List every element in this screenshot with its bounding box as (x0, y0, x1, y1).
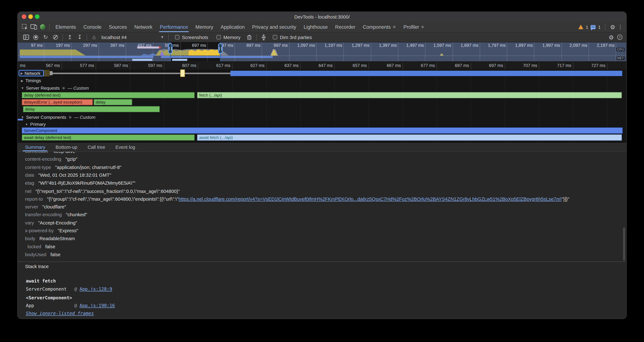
clear-icon[interactable] (50, 33, 60, 42)
warning-count[interactable]: 1 (586, 25, 588, 29)
tab-application[interactable]: Application (217, 22, 248, 32)
devtools-window: DevTools - localhost:3000/ ElementsConso… (17, 12, 627, 319)
collect-garbage-icon[interactable] (244, 33, 254, 42)
track-origin-label: — Custom (68, 86, 89, 90)
extension-gem-icon[interactable] (38, 22, 47, 32)
summary-tab-event-log[interactable]: Event log (112, 143, 138, 151)
flame-bar[interactable]: ServerComponent (22, 127, 622, 134)
tab-recorder[interactable]: Recorder (332, 22, 359, 32)
flame-bar[interactable]: delayedError (...ayed exception) (22, 99, 93, 105)
flame-bar[interactable]: fetch (.../api) (197, 92, 622, 98)
track-label: Network (24, 71, 40, 76)
warning-icon[interactable] (578, 25, 583, 29)
timeline-overview[interactable]: 97 ms197 ms297 ms397 ms497 ms597 ms697 m… (18, 42, 626, 62)
header-name: server (25, 204, 38, 209)
overview-tick-label: 197 ms (56, 43, 71, 48)
tabbar-status: 1 1 ⚙ ⋮ (578, 24, 626, 30)
network-request-bar[interactable] (230, 71, 622, 76)
header-row: date"Wed, 01 Oct 2025 18:32:01 GMT" (25, 172, 111, 178)
show-ignore-listed-frames-link[interactable]: Show ignore-listed frames (26, 311, 94, 316)
track-subgroup-primary[interactable]: ▼ Primary (25, 122, 46, 127)
overview-tick-label: 1,097 ms (297, 43, 316, 48)
header-row: bodyUsedfalse (25, 251, 60, 258)
chevron-down-icon: ▼ (161, 35, 164, 39)
selection-left-handle[interactable] (168, 43, 172, 54)
tab-console[interactable]: Console (80, 22, 105, 32)
collapse-icon[interactable] (259, 33, 269, 42)
save-profile-icon[interactable]: ↧ (75, 33, 84, 42)
selection-right-handle[interactable] (218, 43, 223, 54)
track-header-server-requests[interactable]: ▼ Server Requests ⚛ — Custom (21, 86, 89, 90)
flamechart-tracks[interactable]: ▶ Network ▶ Timings ▼ Server Requests ⚛ … (18, 70, 626, 142)
flame-bar[interactable]: await delay (deferred text) (22, 135, 194, 141)
network-drag-grip[interactable] (50, 71, 52, 75)
divider (605, 24, 606, 30)
tab-privacy-and-security[interactable]: Privacy and security (248, 22, 300, 32)
cpu-lane-label: CPU (616, 48, 625, 51)
disclosure-triangle-icon[interactable]: ▶ (21, 79, 23, 82)
disclosure-triangle-icon[interactable]: ▼ (25, 122, 28, 126)
screenshots-checkbox[interactable]: Screenshots (175, 35, 208, 40)
checkbox-box[interactable] (273, 35, 278, 40)
help-icon[interactable]: ? (617, 35, 622, 40)
checkbox-box[interactable] (175, 35, 180, 40)
load-profile-icon[interactable]: ↥ (65, 33, 75, 42)
home-icon[interactable]: ⌂ (89, 33, 99, 42)
memory-checkbox[interactable]: Memory (216, 35, 240, 40)
record-and-reload-icon[interactable]: ↻ (41, 33, 50, 42)
summary-pane[interactable]: connection"keep-alive"content-encoding"g… (18, 152, 626, 319)
cpu-activity-chart (18, 48, 626, 56)
flame-bar[interactable]: delay (deferred text) (22, 92, 194, 98)
checkbox-box[interactable] (216, 35, 221, 40)
track-header-timings[interactable]: ▶ Timings (21, 78, 41, 83)
summary-tab-call-tree[interactable]: Call tree (84, 143, 108, 151)
disclosure-triangle-icon[interactable]: ▼ (21, 86, 24, 90)
cpu-baseline (18, 55, 626, 56)
header-row: etag"W/\"4b1-RjEJloX9kRinu6F0MAZMmy6E5iA… (25, 180, 135, 186)
flame-bar[interactable]: await fetch (.../api) (197, 135, 622, 141)
summary-tab-bottom-up[interactable]: Bottom-up (52, 143, 81, 151)
tab-network[interactable]: Network (130, 22, 156, 32)
settings-gear-icon[interactable]: ⚙ (610, 24, 615, 30)
record-button[interactable] (31, 33, 40, 42)
track-header-network[interactable]: ▶ Network (18, 70, 44, 77)
report-to-url-link[interactable]: https://a.nel.cloudflare.com/report/v4?s… (178, 196, 562, 201)
scrollbar-thumb[interactable] (623, 227, 625, 261)
tab-sources[interactable]: Sources (105, 22, 131, 32)
disclosure-triangle-icon[interactable]: ▶ (20, 71, 23, 75)
panel-tabs: ElementsConsoleSourcesNetworkPerformance… (52, 22, 428, 32)
timeline-ruler[interactable]: ms567 ms577 ms587 ms597 ms607 ms617 ms62… (18, 61, 626, 70)
overview-gridline (289, 42, 290, 61)
issues-icon[interactable] (591, 25, 596, 29)
tab-components[interactable]: Components⚛ (359, 22, 400, 32)
dim-3rd-parties-checkbox[interactable]: Dim 3rd parties (273, 35, 312, 40)
issues-count[interactable]: 1 (598, 25, 601, 29)
source-location-link[interactable]: App.js:128:9 (80, 286, 112, 292)
ruler-tick-label: 617 ms (216, 63, 232, 68)
network-striped-segment (44, 70, 49, 77)
network-request-block[interactable] (180, 70, 185, 77)
overview-tick-label: 2,097 ms (570, 43, 588, 48)
flame-bar[interactable]: delay (23, 106, 160, 112)
disclosure-triangle-icon[interactable]: ▼ (21, 115, 24, 119)
toggle-sidebar-icon[interactable] (21, 33, 31, 42)
summary-tab-summary[interactable]: Summary (22, 143, 48, 151)
source-location-link[interactable]: App.js:190:16 (80, 303, 115, 308)
header-row: content-type"application/json; charset=u… (25, 164, 122, 170)
ruler-gridline (130, 63, 130, 70)
stack-trace-title: Stack trace (25, 264, 49, 269)
tab-performance[interactable]: Performance (156, 22, 192, 32)
inspect-element-icon[interactable] (20, 22, 29, 32)
tab-lighthouse[interactable]: Lighthouse (300, 22, 332, 32)
capture-settings-gear-icon[interactable]: ⚙ (609, 34, 614, 40)
history-select[interactable]: localhost #4 ▼ (99, 33, 166, 41)
device-toolbar-icon[interactable] (29, 22, 38, 32)
tab-memory[interactable]: Memory (192, 22, 217, 32)
track-header-server-components[interactable]: ▼ Server Components ⚛ — Custom (21, 115, 96, 120)
flame-bar[interactable]: delay (94, 99, 132, 105)
more-options-kebab-icon[interactable]: ⋮ (618, 24, 623, 30)
tab-elements[interactable]: Elements (52, 22, 80, 32)
overview-gridline (561, 42, 562, 61)
overview-gridline (316, 42, 317, 61)
tab-profiler[interactable]: Profiler⚛ (400, 22, 428, 32)
